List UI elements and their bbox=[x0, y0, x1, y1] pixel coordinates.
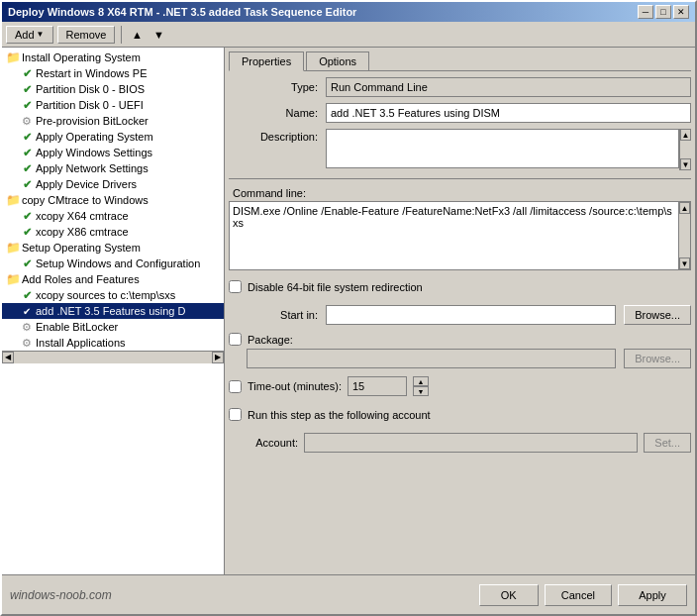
ok-button[interactable]: OK bbox=[479, 584, 539, 606]
gear-icon: ⚙ bbox=[20, 320, 34, 334]
tab-bar: Properties Options bbox=[229, 51, 691, 71]
type-label: Type: bbox=[229, 81, 318, 93]
type-input[interactable] bbox=[326, 77, 691, 97]
move-down-icon[interactable]: ▼ bbox=[149, 26, 167, 44]
run-as-account-row: Run this step as the following account bbox=[229, 408, 691, 421]
cmdline-scroll-up[interactable]: ▲ bbox=[679, 202, 690, 214]
timeout-row: Time-out (minutes): ▲ ▼ bbox=[229, 376, 691, 396]
tree-item-enable-bitlocker[interactable]: ⚙ Enable BitLocker bbox=[2, 319, 224, 335]
check-icon: ✔ bbox=[20, 257, 34, 270]
tree-item-install-applications[interactable]: ⚙ Install Applications bbox=[2, 335, 224, 351]
account-input[interactable] bbox=[304, 433, 638, 453]
description-wrap: ▲ ▼ bbox=[326, 129, 691, 170]
tree-item-xcopy-sources[interactable]: ✔ xcopy sources to c:\temp\sxs bbox=[2, 287, 224, 303]
package-checkbox[interactable] bbox=[229, 333, 242, 346]
move-up-icon[interactable]: ▲ bbox=[128, 26, 146, 44]
run-as-account-label: Run this step as the following account bbox=[248, 409, 431, 421]
package-input[interactable] bbox=[247, 349, 616, 368]
browse-button-1[interactable]: Browse... bbox=[624, 305, 691, 325]
horizontal-scrollbar[interactable]: ◀ ▶ bbox=[2, 351, 224, 362]
folder-icon: 📁 bbox=[6, 272, 20, 286]
run-as-account-checkbox[interactable] bbox=[229, 408, 242, 421]
timeout-checkbox[interactable] bbox=[229, 380, 242, 393]
scroll-down-arrow[interactable]: ▼ bbox=[680, 158, 691, 170]
scroll-left-arrow[interactable]: ◀ bbox=[2, 352, 14, 363]
type-field-row: Type: document.querySelector('[data-name… bbox=[229, 77, 691, 97]
tree-item-restart-pe[interactable]: ✔ Restart in Windows PE bbox=[2, 65, 224, 81]
tree-item-apply-windows-settings[interactable]: ✔ Apply Windows Settings bbox=[2, 145, 224, 160]
name-label: Name: bbox=[229, 107, 318, 119]
add-button[interactable]: Add ▼ bbox=[6, 26, 53, 44]
remove-button[interactable]: Remove bbox=[57, 26, 116, 44]
tree-panel[interactable]: 📁 Install Operating System ✔ Restart in … bbox=[2, 48, 225, 574]
apply-button[interactable]: Apply bbox=[618, 584, 687, 606]
close-button[interactable]: ✕ bbox=[673, 5, 689, 19]
tree-item-apply-device-drivers[interactable]: ✔ Apply Device Drivers bbox=[2, 176, 224, 192]
check-icon: ✔ bbox=[20, 146, 34, 159]
bottom-buttons: OK Cancel Apply bbox=[479, 584, 687, 606]
main-content: 📁 Install Operating System ✔ Restart in … bbox=[2, 48, 695, 574]
minimize-button[interactable]: ─ bbox=[638, 5, 653, 19]
browse-button-2[interactable]: Browse... bbox=[624, 349, 691, 368]
window-title: Deploy Windows 8 X64 RTM - .NET 3.5 adde… bbox=[8, 6, 356, 18]
package-label: Package: bbox=[248, 334, 293, 346]
account-label: Account: bbox=[229, 437, 298, 449]
check-icon: ✔ bbox=[20, 304, 34, 318]
disable-64bit-checkbox[interactable] bbox=[229, 280, 242, 293]
tree-item-apply-os[interactable]: ✔ Apply Operating System bbox=[2, 129, 224, 145]
tree-item-partition-uefi[interactable]: ✔ Partition Disk 0 - UEFI bbox=[2, 97, 224, 113]
command-line-section: Command line: DISM.exe /Online /Enable-F… bbox=[229, 187, 691, 270]
cmdline-text: DISM.exe /Online /Enable-Feature /Featur… bbox=[230, 202, 678, 269]
description-scrollbar: ▲ ▼ bbox=[679, 129, 691, 170]
tree-item-setup-windows[interactable]: ✔ Setup Windows and Configuration bbox=[2, 256, 224, 271]
check-icon: ✔ bbox=[20, 98, 34, 112]
gear-icon: ⚙ bbox=[20, 114, 34, 128]
timeout-spinner: ▲ ▼ bbox=[413, 376, 429, 396]
folder-icon: 📁 bbox=[6, 193, 20, 207]
title-bar-buttons: ─ □ ✕ bbox=[638, 5, 689, 19]
toolbar-separator bbox=[121, 26, 122, 44]
timeout-label: Time-out (minutes): bbox=[248, 380, 342, 392]
spin-up-button[interactable]: ▲ bbox=[413, 376, 429, 386]
package-section: Package: Browse... bbox=[229, 333, 691, 368]
scroll-up-arrow[interactable]: ▲ bbox=[680, 129, 691, 141]
spin-down-button[interactable]: ▼ bbox=[413, 386, 429, 396]
cmdline-scroll-down[interactable]: ▼ bbox=[679, 257, 690, 269]
name-input[interactable] bbox=[326, 103, 691, 123]
check-icon: ✔ bbox=[20, 177, 34, 191]
check-icon: ✔ bbox=[20, 209, 34, 223]
tree-item-partition-bios[interactable]: ✔ Partition Disk 0 - BIOS bbox=[2, 81, 224, 97]
tree-item-copy-cmtrace-group[interactable]: 📁 copy CMtrace to Windows bbox=[2, 192, 224, 208]
tree-item-apply-network-settings[interactable]: ✔ Apply Network Settings bbox=[2, 160, 224, 176]
scroll-right-arrow[interactable]: ▶ bbox=[212, 352, 224, 363]
package-input-row: Browse... bbox=[229, 349, 691, 368]
startin-input[interactable] bbox=[326, 305, 616, 325]
disable-64bit-label: Disable 64-bit file system redirection bbox=[248, 281, 423, 293]
tab-options[interactable]: Options bbox=[306, 51, 369, 70]
main-window: Deploy Windows 8 X64 RTM - .NET 3.5 adde… bbox=[0, 0, 697, 616]
tree-item-setup-os-group[interactable]: 📁 Setup Operating System bbox=[2, 240, 224, 256]
tree-item-preprovision-bitlocker[interactable]: ⚙ Pre-provision BitLocker bbox=[2, 113, 224, 129]
timeout-input[interactable] bbox=[348, 376, 407, 396]
bottom-bar: windows-noob.com OK Cancel Apply bbox=[2, 574, 695, 614]
description-textarea[interactable] bbox=[326, 129, 679, 168]
scroll-track bbox=[680, 141, 691, 158]
tab-properties[interactable]: Properties bbox=[229, 51, 304, 71]
check-icon: ✔ bbox=[20, 225, 34, 239]
package-checkbox-row: Package: bbox=[229, 333, 691, 346]
tree-item-xcopy-x64[interactable]: ✔ xcopy X64 cmtrace bbox=[2, 208, 224, 224]
tree-item-add-roles-group[interactable]: 📁 Add Roles and Features bbox=[2, 271, 224, 287]
maximize-button[interactable]: □ bbox=[655, 5, 671, 19]
properties-panel: Properties Options Type: document.queryS… bbox=[225, 48, 695, 574]
cmdline-box: DISM.exe /Online /Enable-Feature /Featur… bbox=[229, 201, 691, 270]
set-button[interactable]: Set... bbox=[644, 433, 691, 453]
tree-item-xcopy-x86[interactable]: ✔ xcopy X86 cmtrace bbox=[2, 224, 224, 240]
cancel-button[interactable]: Cancel bbox=[545, 584, 612, 606]
section-divider bbox=[229, 178, 691, 179]
check-icon: ✔ bbox=[20, 66, 34, 80]
tree-item-add-net-features[interactable]: ✔ add .NET 3.5 Features using D bbox=[2, 303, 224, 319]
startin-label: Start in: bbox=[229, 309, 318, 321]
scroll-track bbox=[14, 352, 212, 363]
tree-item-install-os-group[interactable]: 📁 Install Operating System bbox=[2, 50, 224, 65]
gear-icon: ⚙ bbox=[20, 336, 34, 350]
